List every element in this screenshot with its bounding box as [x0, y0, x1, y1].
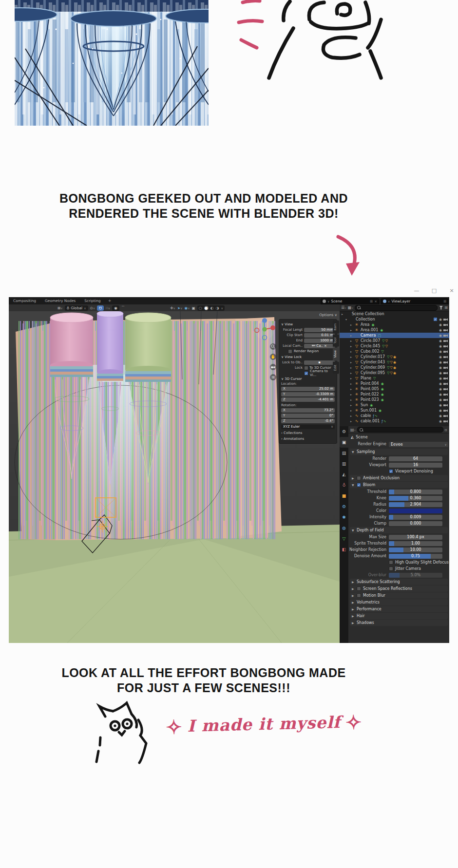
expand-arrow-icon[interactable]: ▸ [350, 398, 354, 401]
expand-arrow-icon[interactable]: ▸ [350, 393, 354, 396]
transform-orientation-dropdown[interactable]: ♁ Global ∨ [65, 305, 88, 311]
outliner-item-point-005[interactable]: ▸✳Point.005◉◉ [340, 386, 449, 392]
threshold-row[interactable]: Threshold0.800 [348, 489, 449, 495]
object-data-properties-tab[interactable]: ▽ [340, 533, 348, 544]
expand-arrow-icon[interactable]: ▸ [350, 403, 354, 407]
new-scene-icon[interactable]: ⊞ [370, 300, 373, 303]
cursor-location-x[interactable]: X25.02 m [281, 386, 335, 391]
hide-eye-icon[interactable]: ◉ [439, 387, 442, 391]
outliner-item-cable-001[interactable]: ▸∿cable.001ƒ∿◉ [340, 418, 449, 424]
workspace-tab-scripting[interactable]: Scripting [80, 297, 105, 304]
expand-arrow-icon[interactable]: ▸ [350, 377, 354, 380]
hide-eye-icon[interactable]: ◉ [439, 414, 442, 418]
outliner-item-sun[interactable]: ▸✳Sun◉◉ [340, 402, 449, 408]
overlays-dropdown[interactable]: ◉∨ [185, 306, 190, 310]
section-volumetrics[interactable]: ▶Volumetrics [350, 599, 448, 605]
render-properties-tab[interactable]: ▣ [340, 437, 348, 448]
section-performance[interactable]: ▶Performance [350, 606, 448, 612]
slider[interactable]: 0.000 [389, 521, 442, 526]
max-size-row[interactable]: Max Size100.4 px [348, 534, 449, 540]
properties-filter-icon[interactable]: ▤∨ [350, 428, 356, 432]
xray-toggle[interactable]: ▣ [192, 306, 195, 310]
expand-arrow-icon[interactable]: ▸ [350, 414, 354, 417]
viewport-denoising-row[interactable]: ✓Viewport Denoising [348, 468, 449, 474]
properties-search-input[interactable] [357, 427, 443, 433]
n-panel-tab-view[interactable]: View [333, 347, 339, 360]
slider[interactable]: 2.904 [389, 502, 442, 507]
clip-start-row[interactable]: Clip Start 0.01 m [281, 333, 335, 338]
object-properties-tab[interactable]: ■ [340, 491, 348, 501]
render-camera-icon[interactable] [443, 334, 448, 337]
gizmo-dropdown[interactable]: ➤∨ [177, 306, 183, 310]
slider[interactable]: 0.360 [389, 496, 442, 501]
hide-eye-icon[interactable]: ◉ [439, 377, 442, 380]
slider[interactable]: 0.75 [389, 554, 442, 559]
intensity-row[interactable]: Intensity0.009 [348, 514, 449, 520]
render-camera-icon[interactable] [443, 360, 448, 364]
render-engine-dropdown[interactable]: Eevee∨ [389, 442, 448, 447]
section-checkbox[interactable]: ✓ [357, 483, 361, 487]
cursor-location-y[interactable]: Y-0.3309 m [281, 392, 335, 396]
exclude-checkbox[interactable]: ✓ [433, 317, 438, 321]
pan-hand-icon[interactable]: ✋ [270, 354, 276, 360]
outliner-item-point-022[interactable]: ▸✳Point.022◉◉ [340, 392, 449, 397]
checkbox-on[interactable]: ✓ [304, 371, 308, 376]
render-camera-icon[interactable] [443, 403, 448, 407]
outliner-item-sun-001[interactable]: ▸✳Sun.001◉◉ [340, 408, 449, 413]
n-panel-section-annotations[interactable]: › Annotations [281, 437, 335, 441]
snap-magnet-toggle[interactable]: Ω [97, 305, 104, 311]
slider[interactable]: 10.00 [389, 547, 442, 552]
neighbor-rejection-row[interactable]: Neighbor Rejection10.00 [348, 547, 449, 553]
section-checkbox[interactable] [357, 586, 361, 591]
outliner-display-mode-icon[interactable]: ☰∨ [341, 305, 346, 310]
hide-eye-icon[interactable]: ◉ [439, 350, 442, 354]
outliner-item-point-023[interactable]: ▸✳Point.023◉◉ [340, 397, 449, 402]
filter-funnel-icon[interactable] [439, 306, 443, 310]
render-camera-icon[interactable] [443, 350, 448, 353]
render-camera-icon[interactable] [443, 377, 448, 380]
minimize-button[interactable]: — [412, 286, 421, 295]
render-camera-icon[interactable] [443, 328, 448, 332]
expand-arrow-icon[interactable]: ▸ [350, 419, 354, 423]
n-panel-tab-edit[interactable]: Edit [333, 362, 339, 374]
material-properties-tab[interactable]: ◧ [340, 544, 348, 555]
maximize-button[interactable]: □ [429, 286, 439, 295]
expand-arrow-icon[interactable]: ▸ [350, 360, 354, 364]
render-camera-icon[interactable] [443, 371, 448, 375]
value-field[interactable]: 16 [389, 463, 442, 468]
outliner-filter-mode-icon[interactable]: ▦∨ [348, 305, 353, 310]
cursor-location-z[interactable]: Z-4.401 m [281, 397, 335, 402]
high-quality-slight-defocus-row[interactable]: High Quality Slight Defocus [348, 559, 449, 566]
expand-arrow-icon[interactable]: ▸ [350, 339, 354, 342]
render-camera-icon[interactable] [443, 419, 448, 423]
checkbox-on[interactable]: ✓ [389, 469, 393, 473]
outliner-collection[interactable]: ▾Collection✓◉ [340, 317, 449, 322]
particles-properties-tab[interactable]: ✱ [340, 512, 348, 523]
outliner-scene-collection[interactable]: ▸Scene Collection [340, 311, 449, 317]
clip-end-row[interactable]: End 1000 m [281, 338, 335, 343]
hide-eye-icon[interactable]: ◉ [439, 355, 442, 359]
hide-eye-icon[interactable]: ◉ [439, 382, 442, 386]
annotate-tool-dropdown[interactable]: ✛∨ [170, 306, 175, 310]
value-field[interactable]: 64 [389, 456, 442, 461]
checkbox-off[interactable] [389, 560, 393, 565]
editor-type-icon[interactable]: ⊞∨ [57, 306, 63, 310]
outliner-item-area[interactable]: ▸✳Area◉◉ [340, 322, 449, 327]
hide-eye-icon[interactable]: ◉ [439, 334, 442, 338]
hide-eye-icon[interactable]: ◉ [439, 328, 442, 332]
hide-eye-icon[interactable]: ◉ [439, 371, 442, 375]
hide-eye-icon[interactable]: ◉ [439, 398, 442, 402]
expand-arrow-icon[interactable]: ▸ [350, 387, 354, 391]
workspace-tab-compositing[interactable]: Compositing [9, 297, 40, 304]
slider[interactable]: 1.00 [389, 541, 442, 546]
expand-arrow-icon[interactable]: ▸ [350, 366, 354, 369]
expand-arrow-icon[interactable]: ▾ [345, 318, 349, 321]
radius-row[interactable]: Radius2.904 [348, 501, 449, 508]
hide-eye-icon[interactable]: ◉ [439, 366, 442, 370]
render-camera-icon[interactable] [443, 344, 448, 348]
modifiers-properties-tab[interactable]: ⚙ [340, 501, 348, 512]
section-bloom[interactable]: ▼✓Bloom [350, 482, 448, 488]
expand-arrow-icon[interactable]: ▸ [350, 350, 354, 353]
value-field[interactable]: 100.4 px [389, 535, 442, 540]
expand-arrow-icon[interactable]: ▸ [350, 355, 354, 359]
